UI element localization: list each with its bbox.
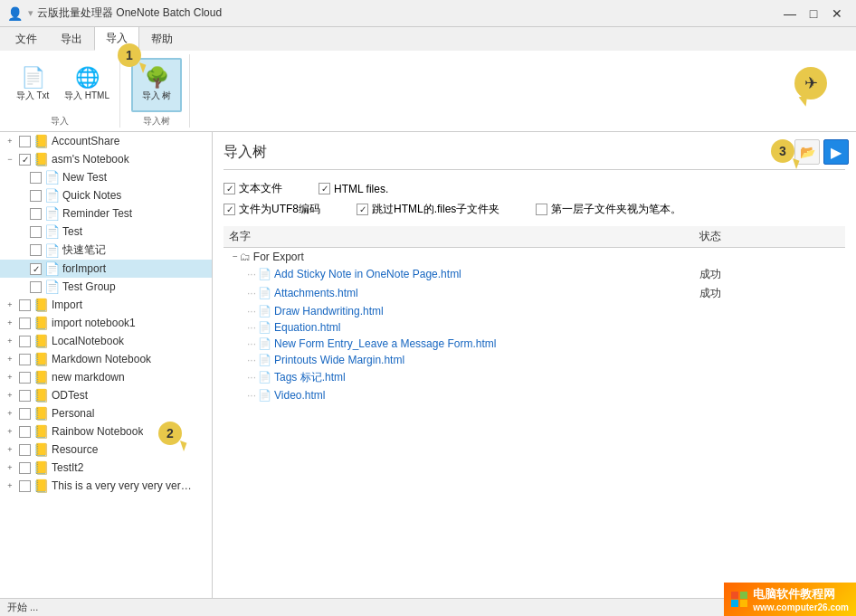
title-bar: 👤 ▾ 云版批量处理器 OneNote Batch Cloud — □ ✕ — [0, 0, 856, 27]
file-link[interactable]: Video.html — [274, 389, 325, 402]
expand-icon[interactable]: − — [4, 153, 16, 166]
close-button[interactable]: ✕ — [825, 5, 849, 23]
checkbox[interactable] — [19, 480, 31, 492]
table-row[interactable]: ··· 📄 Video.html — [224, 387, 845, 403]
option-html-files[interactable]: HTML files. — [319, 183, 388, 195]
expand-icon[interactable]: + — [4, 299, 16, 311]
list-item[interactable]: 📄 快速笔记 — [0, 241, 212, 260]
checkbox[interactable] — [19, 444, 31, 456]
import-txt-button[interactable]: 📄 导入 Txt — [7, 58, 58, 112]
item-label: asm's Notebook — [52, 153, 129, 166]
checkbox[interactable] — [30, 281, 42, 293]
minimize-button[interactable]: — — [778, 5, 802, 23]
file-link[interactable]: Draw Handwriting.html — [274, 305, 384, 317]
file-link[interactable]: Equation.html — [274, 321, 340, 334]
callout-3: 3 — [771, 139, 794, 163]
expand-icon[interactable]: + — [4, 443, 16, 456]
checkbox[interactable] — [30, 244, 42, 256]
maximize-button[interactable]: □ — [802, 5, 825, 23]
file-link[interactable]: Attachments.html — [274, 287, 358, 299]
expand-icon[interactable]: + — [4, 425, 16, 438]
list-item[interactable]: 📄 Quick Notes — [0, 186, 212, 204]
notebook-icon: 📒 — [33, 460, 49, 475]
expand-icon[interactable]: + — [4, 371, 16, 384]
list-item[interactable]: 📄 Test — [0, 223, 212, 241]
list-item[interactable]: 📄 forImport — [0, 260, 212, 278]
file-link[interactable]: Tags 标记.html — [274, 370, 346, 385]
checkbox[interactable] — [19, 154, 31, 166]
checkbox[interactable] — [19, 462, 31, 474]
checkbox[interactable] — [19, 408, 31, 420]
watermark: 电脑软件教程网 www.computer26.com — [724, 583, 856, 616]
option-text-files[interactable]: 文本文件 — [224, 181, 282, 196]
option-checkbox[interactable] — [319, 183, 330, 194]
table-row[interactable]: ··· 📄 Add Sticky Note in OneNote Page.ht… — [224, 265, 845, 284]
checkbox[interactable] — [19, 336, 31, 347]
option-skip-files[interactable]: 跳过HTML的.files子文件夹 — [357, 202, 499, 217]
file-icon: 📄 — [258, 268, 271, 280]
checkbox[interactable] — [19, 426, 31, 438]
app-icon: 👤 — [7, 6, 23, 21]
checkbox[interactable] — [30, 172, 42, 184]
table-row[interactable]: ··· 📄 New Form Entry_Leave a Message For… — [224, 336, 845, 352]
file-link[interactable]: Printouts Wide Margin.html — [274, 354, 404, 366]
options-row-1: 文本文件 HTML files. — [224, 181, 845, 196]
list-item[interactable]: + 📒 TestIt2 — [0, 459, 212, 477]
list-item[interactable]: + 📒 AccountShare — [0, 132, 212, 150]
list-item[interactable]: 📄 New Test — [0, 168, 212, 186]
option-checkbox[interactable] — [536, 204, 547, 215]
checkbox[interactable] — [19, 299, 31, 311]
expand-icon[interactable]: + — [4, 389, 16, 402]
option-utf8[interactable]: 文件为UTF8编码 — [224, 202, 320, 217]
list-item[interactable]: + 📒 Import — [0, 296, 212, 314]
list-item[interactable]: − 📒 asm's Notebook — [0, 150, 212, 168]
list-item[interactable]: + 📒 import notebook1 — [0, 314, 212, 332]
table-row[interactable]: ··· 📄 Printouts Wide Margin.html — [224, 352, 845, 368]
expand-icon[interactable]: + — [4, 317, 16, 329]
expand-icon[interactable]: + — [4, 135, 16, 147]
checkbox[interactable] — [30, 208, 42, 220]
table-row[interactable]: ··· 📄 Tags 标记.html — [224, 368, 845, 387]
list-item[interactable]: + 📒 LocalNotebook — [0, 332, 212, 350]
run-button[interactable]: ▶ — [823, 139, 849, 165]
list-item[interactable]: 📄 Reminder Test — [0, 204, 212, 223]
checkbox[interactable] — [19, 136, 31, 147]
checkbox[interactable] — [19, 372, 31, 384]
item-label: Reminder Test — [62, 207, 132, 220]
table-row[interactable]: ··· 📄 Attachments.html 成功 — [224, 284, 845, 303]
checkbox[interactable] — [30, 190, 42, 202]
option-checkbox[interactable] — [224, 183, 235, 194]
file-link[interactable]: Add Sticky Note in OneNote Page.html — [274, 268, 461, 280]
option-checkbox[interactable] — [357, 204, 368, 215]
checkbox[interactable] — [19, 390, 31, 402]
checkbox[interactable] — [30, 263, 42, 275]
tab-file[interactable]: 文件 — [4, 27, 49, 51]
table-row[interactable]: ··· 📄 Draw Handwriting.html — [224, 303, 845, 319]
list-item[interactable]: + 📒 Personal — [0, 404, 212, 422]
notebook-icon: 📒 — [33, 352, 49, 366]
list-item[interactable]: + 📒 new markdown — [0, 368, 212, 386]
panel-title: 导入树 — [224, 143, 845, 170]
checkbox[interactable] — [30, 226, 42, 238]
checkbox[interactable] — [19, 354, 31, 365]
expand-icon[interactable]: + — [4, 335, 16, 347]
list-item[interactable]: 📄 Test Group — [0, 278, 212, 296]
option-checkbox[interactable] — [224, 204, 235, 215]
list-item[interactable]: + 📒 This is a very very very very very — [0, 477, 212, 495]
tab-help[interactable]: 帮助 — [139, 27, 185, 51]
expand-icon[interactable]: + — [4, 461, 16, 474]
table-row[interactable]: ··· 📄 Equation.html — [224, 319, 845, 336]
expand-icon[interactable]: + — [4, 353, 16, 365]
file-link[interactable]: New Form Entry_Leave a Message Form.html — [274, 337, 496, 350]
option-first-layer[interactable]: 第一层子文件夹视为笔本。 — [536, 202, 681, 217]
list-item[interactable]: + 📒 ODTest — [0, 386, 212, 404]
checkbox[interactable] — [19, 317, 31, 329]
import-html-button[interactable]: 🌐 导入 HTML — [62, 58, 112, 112]
tab-export[interactable]: 导出 — [49, 27, 94, 51]
expand-icon[interactable]: + — [4, 407, 16, 420]
notebook-icon: 📒 — [33, 298, 49, 312]
expand-icon[interactable]: + — [4, 479, 16, 492]
list-item[interactable]: + 📒 Markdown Notebook — [0, 350, 212, 368]
table-row[interactable]: − 🗂 For Export — [224, 248, 845, 265]
ribbon-group-import: 📄 导入 Txt 🌐 导入 HTML 导入 — [7, 54, 120, 128]
